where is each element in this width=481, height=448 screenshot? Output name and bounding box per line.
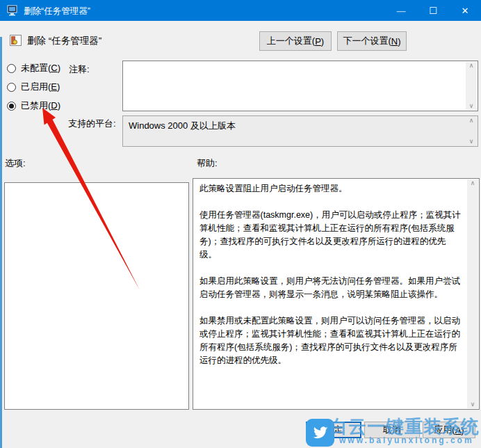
radio-circle[interactable] (7, 64, 16, 73)
help-paragraph: 如果启用此策略设置，则用户将无法访问任务管理器。如果用户尝试启动任务管理器，则将… (199, 275, 461, 301)
scroll-up-icon[interactable]: ∧ (471, 180, 475, 186)
help-text: 此策略设置阻止用户启动任务管理器。 使用任务管理器(taskmgr.exe)，用… (199, 182, 461, 381)
help-label: 帮助: (197, 157, 218, 170)
radio-circle[interactable] (7, 83, 16, 92)
radio-circle[interactable] (7, 102, 16, 111)
comment-textarea[interactable]: ∧ ∨ (122, 61, 478, 111)
next-setting-label: 下一个设置( (343, 35, 391, 47)
next-setting-label-end: ) (398, 36, 400, 47)
help-paragraph: 此策略设置阻止用户启动任务管理器。 (199, 182, 461, 195)
scroll-up-icon: ∧ (469, 118, 474, 124)
supported-platforms-label: 支持的平台: (68, 118, 116, 130)
help-panel: 此策略设置阻止用户启动任务管理器。 使用任务管理器(taskmgr.exe)，用… (193, 178, 480, 410)
previous-setting-label: 上一个设置( (267, 35, 315, 47)
watermark-url: www.baiyunxitong.com (339, 435, 474, 445)
policy-icon (10, 35, 22, 46)
scroll-up-icon[interactable]: ∧ (469, 63, 474, 69)
window-title: 删除“任务管理器” (24, 6, 90, 17)
radio-enabled-label: 已启用(E) (21, 81, 60, 93)
help-paragraph: 如果禁用或未配置此策略设置，则用户可以访问任务管理器，以启动或停止程序；监视其计… (199, 314, 461, 367)
help-paragraph: 使用任务管理器(taskmgr.exe)，用户可以启动或停止程序；监视其计算机性… (199, 209, 461, 262)
radio-disabled[interactable]: 已禁用(D) (7, 100, 60, 111)
maximize-button[interactable]: ☐ (417, 0, 449, 21)
platform-scrollbar: ∧ ∨ (466, 117, 477, 145)
help-scrollbar[interactable]: ∧ ∨ (467, 179, 478, 408)
close-button[interactable]: ✕ (449, 0, 481, 21)
radio-disabled-label: 已禁用(D) (21, 99, 60, 112)
supported-platforms-field: Windows 2000 及以上版本 ∧ ∨ (122, 115, 478, 147)
policy-title: 删除 “任务管理器” (27, 35, 101, 47)
left-edge-strip (0, 37, 2, 448)
scroll-down-icon[interactable]: ∨ (469, 103, 474, 109)
next-setting-button[interactable]: 下一个设置(N) (337, 31, 407, 51)
previous-setting-label-end: ) (321, 36, 324, 47)
scroll-down-icon[interactable]: ∨ (471, 401, 475, 408)
window-controls: — ☐ ✕ (385, 0, 481, 21)
supported-platforms-value: Windows 2000 及以上版本 (129, 120, 236, 132)
previous-setting-mnemonic: P (315, 36, 321, 47)
radio-not-configured-label: 未配置(C) (21, 62, 60, 74)
titlebar: 删除“任务管理器” — ☐ ✕ (0, 0, 481, 21)
options-panel (4, 182, 189, 410)
comment-scrollbar[interactable]: ∧ ∨ (466, 62, 477, 110)
minimize-button[interactable]: — (385, 0, 417, 21)
comment-label: 注释: (69, 63, 90, 76)
radio-not-configured[interactable]: 未配置(C) (7, 63, 60, 74)
scroll-down-icon: ∨ (469, 138, 474, 145)
radio-enabled[interactable]: 已启用(E) (7, 81, 60, 93)
next-setting-mnemonic: N (391, 36, 398, 47)
previous-setting-button[interactable]: 上一个设置(P) (259, 31, 332, 51)
app-icon (7, 5, 18, 16)
options-label: 选项: (5, 157, 26, 170)
